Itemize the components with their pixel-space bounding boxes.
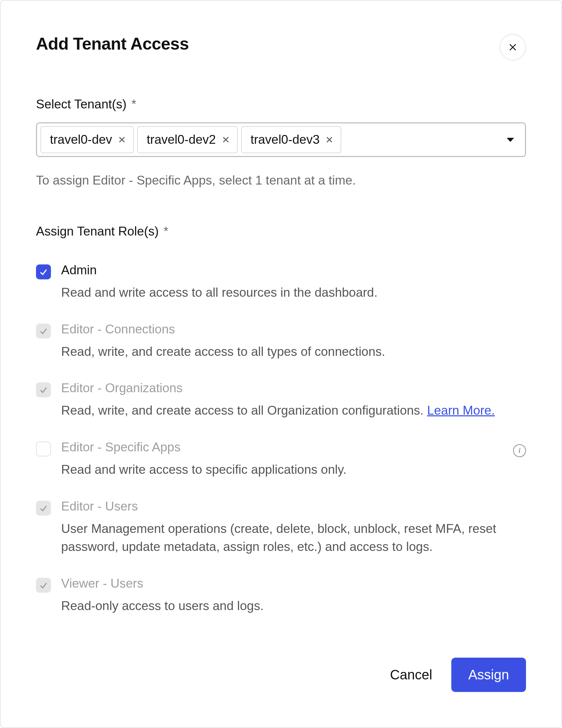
role-name: Editor - Users bbox=[61, 499, 526, 514]
assign-roles-label: Assign Tenant Role(s) * bbox=[36, 224, 526, 239]
close-icon bbox=[508, 43, 517, 52]
check-icon bbox=[39, 581, 48, 590]
role-editor-organizations: Editor - Organizations Read, write, and … bbox=[36, 371, 526, 430]
dialog-footer: Cancel Assign bbox=[390, 658, 526, 692]
role-body: Editor - Specific Apps Read and write ac… bbox=[61, 440, 526, 479]
role-body: Viewer - Users Read-only access to users… bbox=[61, 576, 526, 615]
role-desc: Read, write, and create access to all Or… bbox=[61, 401, 526, 420]
select-tenant-label: Select Tenant(s) * bbox=[36, 97, 526, 111]
checkbox-viewer-users bbox=[36, 578, 51, 593]
role-editor-specific-apps: Editor - Specific Apps Read and write ac… bbox=[36, 430, 526, 489]
role-desc-text: Read, write, and create access to all Or… bbox=[61, 403, 423, 417]
cancel-button[interactable]: Cancel bbox=[390, 667, 432, 682]
role-name: Viewer - Users bbox=[61, 576, 526, 591]
tenant-chip-label: travel0-dev3 bbox=[251, 133, 320, 147]
role-desc: Read and write access to all resources i… bbox=[61, 283, 526, 302]
role-desc: Read and write access to specific applic… bbox=[61, 461, 526, 479]
role-desc: Read, write, and create access to all ty… bbox=[61, 343, 526, 361]
assign-roles-label-text: Assign Tenant Role(s) bbox=[36, 224, 159, 238]
check-icon bbox=[39, 504, 48, 513]
tenant-chip: travel0-dev3 bbox=[241, 126, 342, 153]
tenant-multiselect[interactable]: travel0-dev travel0-dev2 travel0-dev3 bbox=[36, 122, 526, 157]
check-icon bbox=[39, 267, 48, 276]
remove-chip-button[interactable] bbox=[326, 136, 333, 143]
role-desc: Read-only access to users and logs. bbox=[61, 597, 526, 615]
checkbox-editor-connections bbox=[36, 324, 51, 339]
role-viewer-users: Viewer - Users Read-only access to users… bbox=[36, 566, 526, 625]
required-asterisk: * bbox=[131, 97, 136, 111]
info-button[interactable]: i bbox=[513, 444, 526, 457]
info-icon: i bbox=[519, 447, 521, 454]
check-icon bbox=[39, 327, 48, 335]
checkbox-admin[interactable] bbox=[36, 264, 51, 279]
chevron-down-icon bbox=[506, 137, 515, 142]
selected-chips: travel0-dev travel0-dev2 travel0-dev3 bbox=[40, 126, 341, 153]
tenant-chip-label: travel0-dev bbox=[50, 133, 112, 147]
dialog-container: Add Tenant Access Select Tenant(s) * tra… bbox=[0, 0, 562, 728]
close-button[interactable] bbox=[500, 34, 526, 60]
role-editor-connections: Editor - Connections Read, write, and cr… bbox=[36, 312, 526, 371]
remove-chip-button[interactable] bbox=[118, 136, 126, 143]
checkbox-editor-specific-apps bbox=[36, 441, 51, 456]
dialog-header: Add Tenant Access bbox=[36, 34, 526, 60]
role-body: Editor - Connections Read, write, and cr… bbox=[61, 322, 526, 361]
role-name: Editor - Organizations bbox=[61, 381, 526, 395]
helper-text: To assign Editor - Specific Apps, select… bbox=[36, 173, 526, 188]
required-asterisk: * bbox=[164, 224, 168, 238]
dropdown-toggle[interactable] bbox=[506, 135, 515, 144]
tenant-chip: travel0-dev2 bbox=[137, 126, 238, 153]
roles-list: Admin Read and write access to all resou… bbox=[36, 253, 526, 625]
checkbox-editor-organizations bbox=[36, 382, 51, 397]
tenant-chip-label: travel0-dev2 bbox=[147, 133, 216, 147]
close-icon bbox=[222, 136, 230, 143]
remove-chip-button[interactable] bbox=[222, 136, 230, 143]
assign-button[interactable]: Assign bbox=[451, 658, 526, 692]
dialog-content: Add Tenant Access Select Tenant(s) * tra… bbox=[36, 34, 526, 692]
select-tenant-label-text: Select Tenant(s) bbox=[36, 97, 127, 111]
svg-marker-8 bbox=[507, 138, 514, 142]
role-desc: User Management operations (create, dele… bbox=[61, 520, 526, 556]
role-body: Editor - Organizations Read, write, and … bbox=[61, 381, 526, 420]
tenant-chip: travel0-dev bbox=[40, 126, 134, 153]
role-editor-users: Editor - Users User Management operation… bbox=[36, 489, 526, 566]
role-name: Editor - Specific Apps bbox=[61, 440, 526, 454]
role-body: Editor - Users User Management operation… bbox=[61, 499, 526, 556]
dialog-title: Add Tenant Access bbox=[36, 34, 189, 54]
check-icon bbox=[39, 385, 48, 394]
role-name: Admin bbox=[61, 263, 526, 277]
learn-more-link[interactable]: Learn More. bbox=[427, 403, 495, 417]
checkbox-editor-users bbox=[36, 501, 51, 516]
role-name: Editor - Connections bbox=[61, 322, 526, 336]
close-icon bbox=[118, 136, 126, 143]
role-body: Admin Read and write access to all resou… bbox=[61, 263, 526, 302]
close-icon bbox=[326, 136, 333, 143]
role-admin: Admin Read and write access to all resou… bbox=[36, 253, 526, 312]
